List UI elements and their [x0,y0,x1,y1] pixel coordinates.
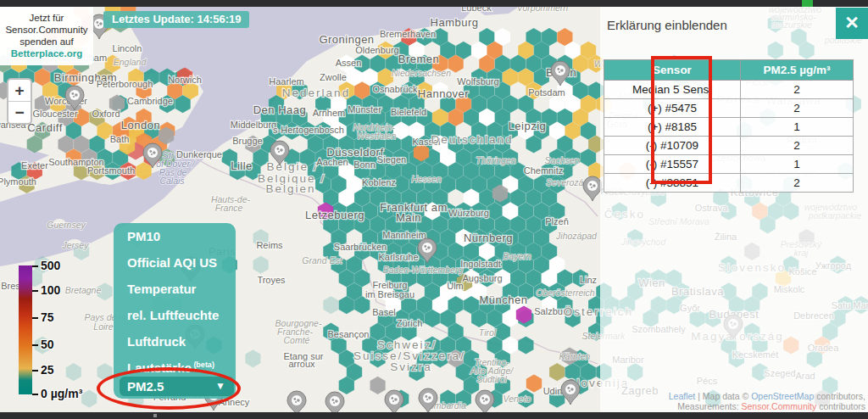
sensor-table: SensorPM2.5 µg/m³ Median 5 Sens.2(+) #54… [604,59,854,193]
svg-text:Westfalen: Westfalen [357,131,397,141]
bottom-bar-tick [153,414,157,417]
svg-text:Haarlem: Haarlem [269,76,304,87]
svg-text:Bayern: Bayern [503,251,531,261]
svg-text:Aachen: Aachen [316,157,348,167]
svg-text:Letzebuerg: Letzebuerg [305,209,364,221]
svg-text:Peterborough: Peterborough [97,79,153,89]
svg-text:Troyes: Troyes [257,275,286,285]
svg-text:Baden-Württemberg: Baden-Württemberg [383,265,464,275]
svg-text:Guernsey: Guernsey [47,220,86,230]
svg-text:Hamburg: Hamburg [431,16,479,29]
close-icon[interactable]: ✕ [836,8,868,39]
svg-text:Bielefeld: Bielefeld [391,107,426,117]
svg-text:Svizra: Svizra [390,360,432,373]
svg-text:Arnhem: Arnhem [313,108,346,118]
svg-text:Würzburg: Würzburg [448,208,489,218]
svg-text:Dunkerque: Dunkerque [176,149,222,159]
donation-box: Jetzt für Sensor.Community spenden auf B… [0,7,93,65]
svg-text:Oldenburg: Oldenburg [355,45,398,55]
layer-item-luftdruck[interactable]: Luftdruck [114,328,236,355]
svg-text:Cambridge: Cambridge [127,96,173,106]
svg-text:Norwich: Norwich [168,75,202,85]
svg-text:Nederland: Nederland [282,87,350,99]
svg-text:Plzeň: Plzeň [545,216,569,226]
svg-text:France: France [215,203,243,213]
leaflet-link[interactable]: Leaflet [669,391,696,401]
svg-text:Koblenz: Koblenz [362,177,396,187]
svg-text:Lille: Lille [231,159,253,172]
svg-text:Assen: Assen [336,58,362,68]
annotation-rect [651,56,712,184]
annotation-ellipse [97,367,241,410]
svg-text:Brugge: Brugge [232,136,262,146]
zoom-control: + − [7,78,32,125]
svg-text:England: England [114,57,147,67]
svg-text:Calais: Calais [159,176,185,186]
svg-text:Loire: Loire [93,321,114,332]
scale-tick: 25 [32,362,54,377]
layer-item-rel-luftfeuchte[interactable]: rel. Luftfeuchte [114,302,236,328]
svg-text:Grand Est: Grand Est [302,255,342,265]
table-row[interactable]: (-) #107092 [604,137,854,155]
svg-text:London: London [121,119,160,131]
svg-text:Comté: Comté [284,335,310,345]
svg-text:Oberösterreich: Oberösterreich [536,288,595,298]
svg-text:Hessen: Hessen [411,174,442,184]
scale-tick: 0 µg/m³ [32,386,82,401]
zoom-in-button[interactable]: + [8,80,31,102]
svg-text:Jersey: Jersey [62,240,90,250]
table-header: PM2.5 µg/m³ [741,60,854,81]
svg-text:Plymouth: Plymouth [0,176,36,187]
panel-title-toggle[interactable]: Erklärung einblenden [607,18,727,32]
svg-text:Veneto: Veneto [504,394,531,404]
svg-text:Deutschland: Deutschland [431,133,513,146]
betterplace-link[interactable]: Betterplace.org [2,47,92,59]
scale-tick: 100 [32,282,60,298]
donation-line: spenden auf [2,36,92,47]
svg-text:im Breisgau: im Breisgau [365,289,415,299]
svg-text:s-Hertogenbosch: s-Hertogenbosch [273,125,344,135]
svg-text:Oxford: Oxford [92,109,120,119]
svg-text:Chemnitz: Chemnitz [524,165,563,176]
svg-text:Hannover: Hannover [418,87,470,100]
last-update-badge: Letztes Update: 14:56:19 [103,11,249,28]
svg-text:Thüringen: Thüringen [476,155,515,165]
svg-text:Bremerhaven: Bremerhaven [380,29,436,39]
svg-text:Siegen: Siegen [377,154,406,165]
svg-text:arroux: arroux [288,359,315,369]
svg-text:Jihozápad: Jihozápad [555,231,598,241]
layer-item-pm10[interactable]: PM10 [114,223,236,249]
layer-item-temperatur[interactable]: Temperatur [114,276,236,302]
table-row[interactable]: (+) #54752 [604,99,854,118]
layer-item-official-aqi-us[interactable]: Official AQI US [114,249,236,276]
svg-text:Exeter: Exeter [21,160,48,170]
svg-text:Bretagne: Bretagne [65,285,102,295]
svg-text:Ingolstadt: Ingolstadt [460,259,501,269]
svg-text:Main: Main [396,211,421,224]
svg-text:Nürnberg: Nürnberg [464,232,513,244]
zoom-out-button[interactable]: − [8,102,31,123]
svg-text:Kärnten: Kärnten [559,351,591,361]
svg-text:Tirol: Tirol [479,327,497,338]
svg-text:Saarbrücken: Saarbrücken [334,242,387,252]
svg-text:Zürich: Zürich [397,318,423,328]
top-bar-green-marker [802,0,813,7]
table-row[interactable]: Median 5 Sens.2 [604,81,854,99]
svg-text:Belgie /: Belgie / [266,160,318,173]
svg-text:Ulm: Ulm [447,281,464,291]
svg-text:Bremen: Bremen [398,53,440,65]
table-row[interactable]: (+) #81851 [604,118,854,137]
donation-line: Sensor.Community [2,24,92,36]
sensor-community-link[interactable]: Sensor.Community [742,401,817,411]
svg-text:Osnabrück: Osnabrück [372,84,418,94]
svg-text:Augsburg: Augsburg [462,273,502,283]
app-window: BirminghamNottinghamLincolnEnglandNorwic… [0,0,868,419]
svg-text:Karlsruhe: Karlsruhe [378,252,418,262]
table-row[interactable]: (-) #388512 [604,174,854,193]
table-row[interactable]: (-) #155571 [604,155,854,174]
scale-tick: 50 [32,337,54,352]
donation-line: Jetzt für [2,12,92,24]
osm-link[interactable]: OpenStreetMap [751,391,814,401]
scale-tick: 500 [32,258,60,273]
svg-text:Besançon: Besançon [328,329,370,339]
